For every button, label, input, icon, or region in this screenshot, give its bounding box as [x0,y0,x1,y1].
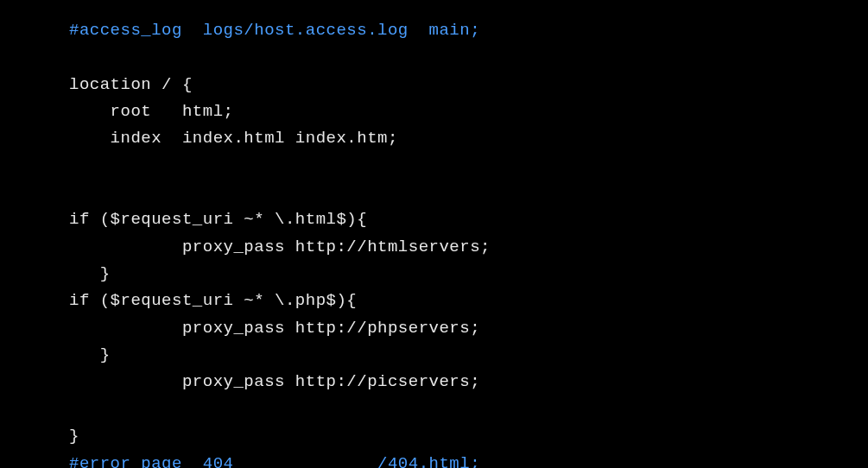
code-line: index index.html index.htm; [69,129,398,148]
code-line: root html; [69,102,233,121]
code-line: proxy_pass http://htmlservers; [69,237,491,256]
code-line: location / { [69,75,193,94]
code-line: proxy_pass http://phpservers; [69,319,480,338]
code-line: } [69,345,111,364]
code-line-comment: #access_log logs/host.access.log main; [69,21,480,40]
code-line-comment: #error_page 404 /404.html; [69,454,480,469]
code-line: } [69,264,111,283]
code-line: } [69,427,79,446]
code-line: if ($request_uri ~* \.php$){ [69,291,357,310]
code-line: if ($request_uri ~* \.html$){ [69,210,367,229]
code-line: proxy_pass http://picservers; [69,372,480,391]
code-editor-content: #access_log logs/host.access.log main; l… [69,17,868,468]
